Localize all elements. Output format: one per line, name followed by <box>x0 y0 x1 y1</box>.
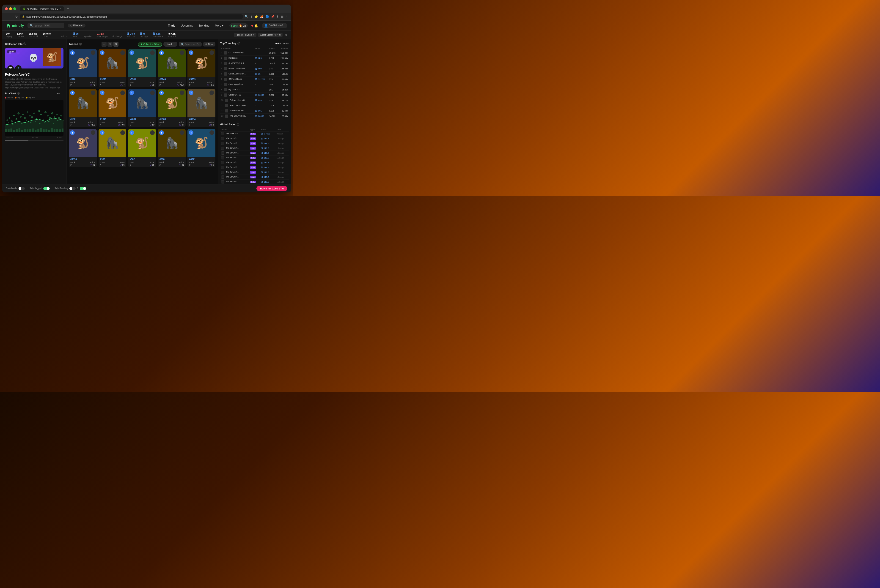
network-badge[interactable]: ⬡ Ethereum <box>68 24 85 27</box>
row-number: 12 <box>221 110 224 112</box>
token-card[interactable]: 🦍 ⬆ #380 Rank # Price ⬡85 <box>158 129 186 167</box>
sales-row[interactable]: The Smurfs'... Sale ⛓ 119.6 15s ago <box>220 146 289 151</box>
skip-pending-switch[interactable] <box>69 187 76 190</box>
nav-more[interactable]: More ▾ <box>213 23 226 28</box>
trending-row[interactable]: 7 three legged cat – 240 75.3k <box>220 82 289 87</box>
profile-icon[interactable]: 🔵 <box>265 15 269 18</box>
token-rank-col: Rank # <box>71 121 75 126</box>
trending-row[interactable]: 5 Collab.Land Gen... ⛓ 5.5 1.67k 136.9k <box>220 72 289 77</box>
chart-scrollbar[interactable] <box>5 140 63 141</box>
grid-small-view-btn[interactable]: ⊞ <box>108 42 113 47</box>
token-card[interactable]: 🐒 ⬆ #626 Rank # Price ⬡75 <box>69 49 97 87</box>
svg-rect-45 <box>21 130 23 132</box>
download-icon[interactable]: ⬇ <box>276 15 279 18</box>
listed-toggle[interactable]: Listed ⓘ <box>164 42 177 47</box>
sales-row[interactable]: The Smurfs'... Sale ⛓ 119.6 15s ago <box>220 180 289 184</box>
token-card[interactable]: 🐒 ⬆ #5960 Rank # Price ⬡84 <box>158 89 186 128</box>
asset-class-badge[interactable]: Asset Class: PFP ✕ <box>258 33 282 37</box>
menu-icon[interactable]: ⋮ <box>285 15 288 18</box>
search-ids-input[interactable]: 🔍 Search for IDs <box>179 42 202 46</box>
list-view-btn[interactable]: ≡ <box>102 42 107 47</box>
tab-close-icon[interactable]: ✕ <box>60 8 62 10</box>
nav-trending[interactable]: Trending <box>197 23 212 28</box>
trending-row[interactable]: 1 NFT Delivery Sy... – 15.57k 612.28k <box>220 50 289 56</box>
bell-icon[interactable]: 🔔 <box>254 24 258 27</box>
global-search[interactable]: 🔍 Search ⌘+K <box>27 23 64 28</box>
svg-point-9 <box>24 117 26 119</box>
trending-row[interactable]: 12 Sunflower Land ... ⛓ 0.01 6.77k 25.49… <box>220 108 289 114</box>
sale-time: 15s ago <box>276 175 289 180</box>
trending-row[interactable]: 11 FIRST INTERNAT... – 1.22k 27.1k <box>220 103 289 108</box>
grid-large-view-btn[interactable]: ⊟ <box>113 42 119 47</box>
grid-bottom-spacer <box>69 167 215 172</box>
browser-tab[interactable]: 🌿 75 MATIC - Polygon Ape YC ✕ <box>20 6 64 11</box>
chart-period-30d[interactable]: 30d <box>57 93 60 95</box>
sales-row[interactable]: The Smurfs'... Sale ⛓ 119.6 15s ago <box>220 170 289 175</box>
order-selector[interactable]: Order <box>283 42 289 45</box>
token-card[interactable]: 🦍 ⬆ #5749 Rank # Price ⬡78.4 <box>158 49 186 87</box>
token-card[interactable]: 🐒 ⬆ #9590 Rank # Price ⬡85 <box>69 129 97 167</box>
collection-offer-button[interactable]: Collection Offer <box>138 42 162 47</box>
trending-row[interactable]: 9 Galxe OAT v2 ⛓ 0.0088 7.39k 62.98k <box>220 93 289 98</box>
settings-icon[interactable]: ⚙ <box>284 33 287 37</box>
address-bar[interactable]: 🔒 trade.mintify.xyz/matic/0x419e82d502f5… <box>20 14 243 19</box>
close-button[interactable] <box>5 8 8 10</box>
pin-icon[interactable]: 📌 <box>271 15 275 18</box>
token-card[interactable]: 🐒 ⬆ #1845 Rank # Price ⬡79.5 <box>99 89 126 128</box>
matic-icon: ⬡ <box>120 84 122 86</box>
filter-button[interactable]: ⊟ Filter <box>203 42 215 46</box>
token-card[interactable]: 🦍 ⬆ #8034 Rank # Price ⬡85 <box>188 89 215 128</box>
skip-flagged-switch[interactable] <box>43 187 50 190</box>
back-button[interactable]: ← <box>5 15 8 18</box>
token-card[interactable]: 🦍 ⬆ #4694 Rank # Price ⬡80 <box>128 89 156 128</box>
preset-close-icon[interactable]: ✕ <box>253 34 255 36</box>
forward-button[interactable]: → <box>10 15 13 18</box>
wallet-badge[interactable]: 👤 0x0BB8c49b3... <box>262 23 287 28</box>
token-card[interactable]: 🐒 ⬆ #5504 Rank # Price ⬡78 <box>128 49 156 87</box>
trending-row[interactable]: 13 The Smurf's Soc... ⛓ 0.0088 14.93k 22… <box>220 114 289 119</box>
sales-row[interactable]: The Smurfs'... Sale ⛓ 119.6 15s ago <box>220 151 289 156</box>
sales-row[interactable]: Planet IX – A... Sale ⛓ 0.7623 9s ago <box>220 132 289 136</box>
sidebar-icon[interactable]: ▦ <box>281 15 284 18</box>
nav-trade[interactable]: Trade <box>166 23 177 28</box>
token-card[interactable]: 🦍 ⬆ #3275 Rank # Price ⬡77 <box>99 49 126 87</box>
token-id: #380 <box>159 158 184 160</box>
token-card[interactable]: 🐒 ⬆ #502 Rank # Price ⬡85 <box>128 129 156 167</box>
new-tab-button[interactable]: + <box>65 6 71 12</box>
refresh-button[interactable]: ↻ <box>15 15 18 18</box>
bookmark-icon[interactable]: ⭐ <box>254 15 258 18</box>
sales-row[interactable]: The Smurfs'... Sale ⛓ 119.6 15s ago <box>220 175 289 180</box>
total-vol-label: Total Vol. <box>168 35 176 38</box>
trending-row[interactable]: 3 SUCCESSFUL T... – 18.77k 153.13k <box>220 61 289 66</box>
sales-row[interactable]: The Smurfs'... Sale ⛓ 119.6 15s ago <box>220 156 289 160</box>
token-card[interactable]: 🐒 ⬆ #4321 Rank # Price ⬡85 <box>188 129 215 167</box>
extension-icon[interactable]: 🦊 <box>260 15 264 18</box>
chart-expand-btn[interactable]: ⛶ <box>62 93 63 95</box>
sales-row[interactable]: The Smurfs'... Sale ⛓ 119.6 15s ago <box>220 136 289 141</box>
price-label: Price <box>209 161 214 164</box>
maximize-button[interactable] <box>13 8 16 10</box>
trending-row[interactable]: 2 RektDogs ⛓ 64.5 3.56k 261.88k <box>220 56 289 61</box>
search-icon[interactable]: 🔍 <box>245 15 248 18</box>
counter-switch[interactable] <box>80 187 86 190</box>
token-card[interactable]: 🐒 ⬆ #5753 Rank # Price ⬡78.5 <box>188 49 215 87</box>
sale-token-name: The Smurfs'... <box>226 171 239 173</box>
minimize-button[interactable] <box>9 8 12 10</box>
safe-mode-switch[interactable] <box>18 187 25 190</box>
token-card[interactable]: 🦍 ⬆ #969 Rank # Price ⬡85 <box>99 129 126 167</box>
sales-row[interactable]: The Smurfs'... Sale ⛓ 119.6 15s ago <box>220 141 289 146</box>
period-selector[interactable]: Period <box>275 42 281 45</box>
buy-button[interactable]: Buy 0 for 0.000 ETH <box>257 186 287 191</box>
trending-row[interactable]: 4 Planet IX – Assets ⛓ 0.09 24k 144.83k <box>220 66 289 72</box>
token-rank-col: Rank # <box>100 161 105 166</box>
trending-row[interactable]: 6 GN Ape House ⛓ 2.22222 579 101.43k <box>220 77 289 82</box>
preset-polygon[interactable]: Preset: Polygon ✕ <box>234 33 257 37</box>
trending-row[interactable]: 10 Polygon Ape YC ⛓ 67.8 315 34.22k <box>220 98 289 103</box>
asset-class-close-icon[interactable]: ✕ <box>279 34 281 36</box>
share-icon[interactable]: ⬆ <box>250 15 252 18</box>
nav-upcoming[interactable]: Upcoming <box>179 23 195 28</box>
sales-row[interactable]: The Smurfs'... Sale ⛓ 119.6 15s ago <box>220 165 289 170</box>
token-card[interactable]: 🦍 ⬆ #1661 Rank # Price ⬡78.9 <box>69 89 97 128</box>
trending-row[interactable]: 8 big head V2 – 281 64.26k <box>220 87 289 93</box>
sales-row[interactable]: The Smurfs'... Sale ⛓ 119.6 15s ago <box>220 160 289 165</box>
